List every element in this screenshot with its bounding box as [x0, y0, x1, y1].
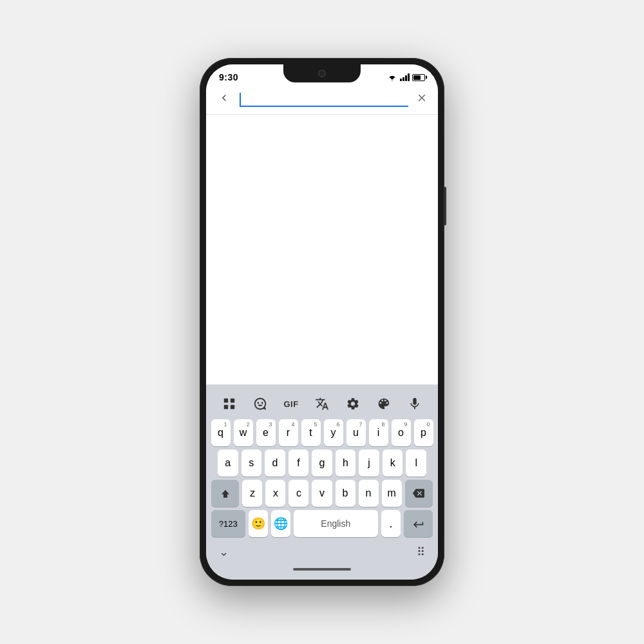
key-c[interactable]: c	[289, 480, 308, 507]
backspace-icon	[413, 488, 424, 499]
svg-rect-3	[224, 399, 228, 402]
status-icons	[387, 73, 425, 81]
key-k[interactable]: k	[383, 450, 403, 477]
enter-icon	[412, 518, 425, 529]
search-bar[interactable]	[206, 85, 438, 115]
svg-point-8	[261, 402, 263, 404]
signal-icon	[400, 73, 410, 81]
key-emoji[interactable]: 🙂	[249, 510, 268, 537]
key-d[interactable]: d	[265, 450, 285, 477]
palette-icon	[377, 397, 391, 411]
key-shift[interactable]	[211, 480, 239, 507]
keyboard-row-2: a s d f g h j k l	[209, 450, 435, 477]
key-space[interactable]: English	[294, 510, 378, 537]
key-h[interactable]: h	[336, 450, 356, 477]
key-b[interactable]: b	[336, 480, 355, 507]
keyboard-row-4: ?123 🙂 🌐 English .	[209, 510, 435, 540]
key-x[interactable]: x	[265, 480, 285, 507]
close-button[interactable]	[416, 92, 428, 107]
keyboard-hide-button[interactable]: ⌄	[219, 545, 229, 559]
key-g[interactable]: g	[312, 450, 332, 477]
space-label: English	[321, 518, 350, 529]
key-enter[interactable]	[404, 510, 433, 537]
battery-icon	[412, 74, 425, 81]
key-m[interactable]: m	[382, 480, 402, 507]
key-j[interactable]: j	[359, 450, 379, 477]
key-r[interactable]: r4	[279, 419, 298, 446]
battery-fill	[413, 75, 421, 80]
key-y[interactable]: y6	[324, 419, 343, 446]
content-area	[206, 115, 438, 384]
svg-rect-4	[231, 399, 234, 402]
search-input[interactable]	[240, 93, 408, 107]
toolbar-palette-button[interactable]	[372, 392, 395, 415]
translate-icon	[315, 397, 329, 411]
battery-tip	[426, 76, 427, 79]
keyboard-switch-button[interactable]: ⠿	[417, 545, 425, 559]
apps-icon	[222, 397, 236, 411]
notch	[283, 64, 361, 82]
svg-rect-6	[231, 405, 234, 409]
keyboard-row-1: q1 w2 e3 r4 t5 y6 u7 i8 o9 p0	[209, 419, 435, 446]
key-s[interactable]: s	[242, 450, 262, 477]
key-sym[interactable]: ?123	[211, 510, 245, 537]
key-f[interactable]: f	[289, 450, 309, 477]
toolbar-translate-button[interactable]	[310, 392, 334, 415]
keyboard-row-3: z x c v b n m	[209, 480, 435, 507]
key-q[interactable]: q1	[211, 419, 231, 446]
bottom-nav: ⌄ ⠿	[209, 540, 435, 577]
sticker-icon	[253, 397, 267, 411]
key-p[interactable]: p0	[414, 419, 433, 446]
settings-icon	[346, 397, 360, 411]
key-i[interactable]: i8	[369, 419, 388, 446]
home-indicator	[293, 568, 351, 571]
back-button[interactable]	[216, 90, 232, 109]
key-o[interactable]: o9	[392, 419, 411, 446]
svg-point-7	[257, 402, 259, 404]
key-a[interactable]: a	[218, 450, 238, 477]
key-delete[interactable]	[405, 480, 433, 507]
key-t[interactable]: t5	[301, 419, 321, 446]
toolbar-sticker-button[interactable]	[249, 392, 272, 415]
key-e[interactable]: e3	[256, 419, 276, 446]
svg-marker-2	[392, 80, 393, 81]
gif-label: gif	[283, 399, 298, 409]
shift-icon	[220, 488, 231, 499]
toolbar-settings-button[interactable]	[341, 392, 365, 415]
toolbar-gif-button[interactable]: gif	[279, 392, 303, 415]
key-l[interactable]: l	[406, 450, 426, 477]
keyboard: gif	[206, 384, 438, 580]
time-display: 9:30	[219, 72, 238, 82]
toolbar-apps-button[interactable]	[218, 392, 241, 415]
phone-screen: 9:30	[206, 64, 438, 580]
svg-rect-5	[224, 405, 228, 409]
side-button	[444, 187, 446, 225]
wifi-icon	[387, 73, 397, 81]
key-u[interactable]: u7	[346, 419, 366, 446]
toolbar-mic-button[interactable]	[403, 392, 426, 415]
text-cursor	[240, 93, 241, 106]
mic-icon	[408, 397, 422, 411]
keyboard-toolbar: gif	[209, 388, 435, 419]
key-period[interactable]: .	[381, 510, 401, 537]
key-globe[interactable]: 🌐	[271, 510, 290, 537]
phone-frame: 9:30	[200, 58, 444, 586]
status-bar: 9:30	[206, 64, 438, 85]
camera-dot	[318, 70, 326, 77]
key-v[interactable]: v	[312, 480, 332, 507]
key-n[interactable]: n	[359, 480, 379, 507]
key-z[interactable]: z	[242, 480, 262, 507]
key-w[interactable]: w2	[234, 419, 253, 446]
